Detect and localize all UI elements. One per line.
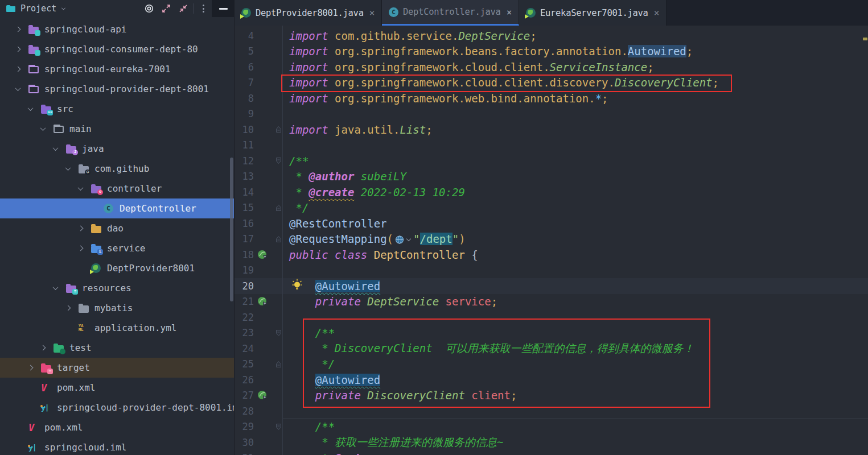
fold-marker-icon[interactable] — [271, 361, 282, 368]
fold-marker-icon[interactable] — [271, 329, 282, 337]
project-folder-icon — [6, 5, 16, 13]
more-options-kebab-icon[interactable] — [195, 1, 212, 16]
expand-all-icon[interactable] — [158, 1, 175, 16]
project-tree-scrollbar[interactable] — [230, 158, 233, 301]
fold-marker-icon[interactable] — [271, 157, 282, 164]
tree-item-springcloud-provider-dept-8001-iml[interactable]: ɏ|springcloud-provider-dept-8001.iml — [0, 398, 235, 417]
project-panel-header[interactable]: Project — [0, 0, 235, 17]
code-line-8[interactable]: 8import org.springframework.web.bind.ann… — [235, 90, 868, 106]
tab-close-icon[interactable]: × — [654, 7, 659, 18]
code-line-13[interactable]: 13 * @author subeiLY — [235, 169, 868, 185]
tree-chevron-icon[interactable] — [16, 67, 28, 71]
tree-item-pom-xml[interactable]: Vpom.xml — [0, 378, 235, 398]
folder-outline-icon — [28, 85, 43, 93]
spring-bean-gutter-icon[interactable] — [254, 250, 271, 260]
code-line-17[interactable]: 17@RequestMapping("/dept") — [235, 231, 868, 247]
code-line-12[interactable]: 12/** — [235, 153, 868, 169]
tree-item-label: controller — [107, 183, 162, 194]
collapse-all-icon[interactable] — [175, 1, 192, 16]
tree-item-label: springcloud-eureka-7001 — [44, 64, 171, 75]
tree-item-dao[interactable]: dao — [0, 218, 235, 238]
code-line-14[interactable]: 14 * @create 2022-02-13 10:29 — [235, 184, 868, 200]
fold-marker-icon[interactable] — [271, 235, 282, 243]
tab-close-icon[interactable]: × — [369, 7, 375, 18]
tree-item-label: springcloud.iml — [44, 442, 127, 453]
tree-chevron-icon[interactable] — [16, 47, 28, 51]
tree-chevron-icon[interactable] — [28, 366, 41, 370]
fold-marker-icon[interactable] — [271, 204, 282, 212]
fold-marker-icon[interactable] — [271, 423, 282, 431]
code-line-30[interactable]: 30 * 获取一些注册进来的微服务的信息~ — [235, 435, 868, 450]
tree-item-application-yml[interactable]: YAMLapplication.yml — [0, 318, 235, 338]
tree-chevron-icon[interactable] — [79, 226, 91, 230]
tree-item-springcloud-eureka-7001[interactable]: springcloud-eureka-7001 — [0, 59, 235, 79]
code-line-18[interactable]: 18public class DeptController { — [235, 247, 868, 263]
tree-item-springcloud-iml[interactable]: ɏ|springcloud.iml — [0, 437, 235, 455]
tree-item-deptcontroller[interactable]: CDeptController — [0, 198, 235, 218]
tree-chevron-icon[interactable] — [79, 246, 91, 250]
tree-item-src[interactable]: <>src — [0, 99, 235, 119]
code-line-5[interactable]: 5import org.springframework.beans.factor… — [235, 44, 868, 60]
line-number: 30 — [235, 437, 254, 448]
code-line-10[interactable]: 10import java.util.List; — [235, 122, 868, 138]
tree-item-springcloud-api[interactable]: springcloud-api — [0, 19, 235, 39]
tree-chevron-icon[interactable] — [28, 107, 41, 111]
tree-item-test[interactable]: test — [0, 338, 235, 358]
code-line-19[interactable]: 19 — [235, 263, 868, 279]
line-number: 25 — [235, 358, 254, 370]
tree-chevron-icon[interactable] — [16, 27, 28, 31]
tree-chevron-icon[interactable] — [41, 346, 54, 350]
code-line-9[interactable]: 9 — [235, 106, 868, 122]
tree-item-controller[interactable]: ⚙controller — [0, 179, 235, 198]
tree-item-resources[interactable]: ≡resources — [0, 278, 235, 298]
tree-item-java[interactable]: Jjava — [0, 139, 235, 159]
spring-bean-gutter-icon[interactable] — [254, 390, 271, 400]
line-number: 12 — [235, 155, 254, 167]
tab-deptcontroller-java[interactable]: CDeptController.java× — [382, 0, 519, 26]
maven-file-icon: V — [41, 382, 56, 394]
tree-chevron-icon[interactable] — [54, 147, 66, 151]
code-line-4[interactable]: 4import com.github.service.DeptService; — [235, 28, 868, 44]
code-line-16[interactable]: 16@RestController — [235, 216, 868, 231]
tree-item-springcloud-consumer-dept-80[interactable]: springcloud-consumer-dept-80 — [0, 39, 235, 59]
code-line-11[interactable]: 11 — [235, 138, 868, 154]
code-line-20[interactable]: 20 @Autowired — [235, 278, 868, 294]
tree-item-pom-xml[interactable]: Vpom.xml — [0, 417, 235, 437]
code-line-6[interactable]: 6import org.springframework.cloud.client… — [235, 59, 868, 75]
tree-item-deptprovider8001[interactable]: DeptProvider8001 — [0, 258, 235, 278]
spring-bean-gutter-icon[interactable] — [254, 296, 271, 307]
tree-chevron-icon[interactable] — [54, 286, 66, 290]
tree-item-service[interactable]: Σservice — [0, 238, 235, 258]
panel-title: Project — [20, 3, 56, 14]
warning-stripe-mark[interactable] — [863, 38, 867, 40]
line-number: 21 — [235, 296, 254, 307]
tree-chevron-icon[interactable] — [66, 167, 79, 171]
code-line-29[interactable]: 29 /** — [235, 419, 868, 435]
ide-window: Project springcloud-apispringcloud-consu… — [0, 0, 868, 455]
tree-item-target[interactable]: –target — [0, 358, 235, 378]
line-number: 20 — [235, 280, 254, 292]
tab-eurekaserver7001-java[interactable]: EurekaServer7001.java× — [519, 0, 667, 26]
tab-close-icon[interactable]: × — [507, 7, 512, 18]
tree-item-main[interactable]: main — [0, 119, 235, 139]
code-text: import org.springframework.web.bind.anno… — [282, 92, 608, 105]
tab-deptprovider8001-java[interactable]: DeptProvider8001.java× — [235, 0, 382, 26]
tree-chevron-icon[interactable] — [41, 127, 54, 131]
tree-item-springcloud-provider-dept-8001[interactable]: springcloud-provider-dept-8001 — [0, 79, 235, 99]
code-line-15[interactable]: 15 */ — [235, 200, 868, 216]
locate-target-icon[interactable] — [141, 1, 158, 16]
tree-chevron-icon[interactable] — [66, 306, 79, 310]
tree-chevron-icon[interactable] — [16, 87, 28, 91]
tab-label: EurekaServer7001.java — [540, 8, 648, 18]
tree-item-mybatis[interactable]: mybatis — [0, 298, 235, 318]
tree-item-com-github[interactable]: ○com.github — [0, 159, 235, 179]
fold-marker-icon[interactable] — [271, 126, 282, 133]
intention-bulb-icon[interactable] — [291, 279, 303, 291]
code-line-21[interactable]: 21 private DeptService service; — [235, 294, 868, 310]
tree-chevron-icon[interactable] — [79, 187, 91, 191]
hide-panel-button[interactable] — [212, 0, 235, 17]
code-line-31[interactable]: 31 * @return — [235, 450, 868, 455]
line-number: 6 — [235, 61, 254, 73]
editor-pane: DeptProvider8001.java×CDeptController.ja… — [235, 0, 868, 455]
line-number: 8 — [235, 93, 254, 104]
